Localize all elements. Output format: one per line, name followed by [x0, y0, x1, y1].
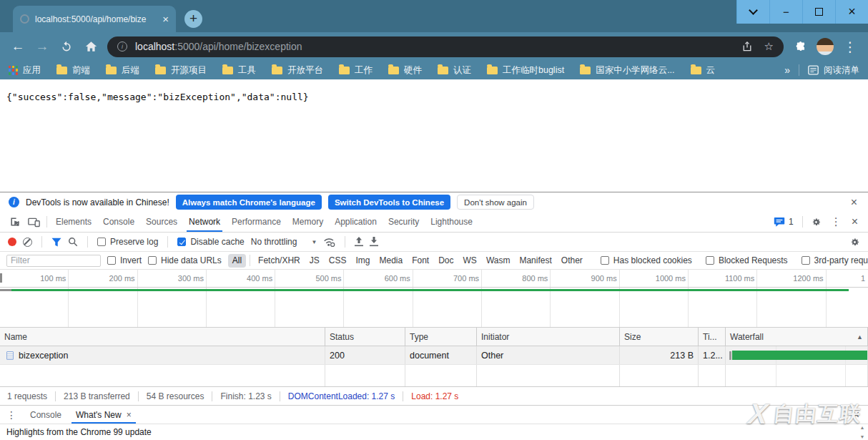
filter-type-font[interactable]: Font [408, 254, 433, 268]
tab-elements[interactable]: Elements [50, 212, 97, 232]
request-row[interactable]: bizexception 200 document Other 213 B 1.… [0, 346, 868, 365]
notification-close-icon[interactable]: × [849, 196, 859, 209]
tab-network[interactable]: Network [183, 212, 226, 232]
back-button[interactable]: ← [7, 36, 29, 57]
site-info-icon[interactable]: i [117, 41, 127, 52]
clear-network-log-button[interactable] [23, 238, 32, 247]
home-button[interactable] [80, 36, 102, 57]
reading-list-button[interactable]: 阅读清单 [808, 64, 859, 77]
drawer-scrollbar[interactable]: ▲ ▼ [858, 425, 867, 439]
column-header-type[interactable]: Type [405, 328, 477, 346]
export-har-button[interactable] [370, 237, 378, 247]
column-header-status[interactable]: Status [325, 328, 405, 346]
reload-button[interactable] [56, 36, 77, 57]
network-conditions-button[interactable] [323, 237, 335, 248]
bookmark-folder[interactable]: 开放平台 [272, 64, 323, 77]
devtools-menu-button[interactable]: ⋮ [827, 215, 846, 228]
import-har-button[interactable] [355, 237, 363, 247]
tab-application[interactable]: Application [329, 212, 383, 232]
devtools-settings-button[interactable] [807, 217, 825, 228]
bookmark-folder[interactable]: 工作临时buglist [487, 64, 564, 77]
filter-type-manifest[interactable]: Manifest [515, 254, 556, 268]
filter-type-media[interactable]: Media [375, 254, 407, 268]
forward-button[interactable]: → [31, 36, 53, 57]
address-bar[interactable]: i localhost:5000/api/home/bizexception ☆ [107, 36, 784, 57]
column-header-size[interactable]: Size [620, 328, 699, 346]
scroll-down-icon[interactable]: ▼ [860, 434, 865, 439]
share-button[interactable] [741, 41, 753, 52]
tab-performance[interactable]: Performance [226, 212, 287, 232]
request-name-cell[interactable]: bizexception [0, 346, 325, 364]
filter-type-doc[interactable]: Doc [434, 254, 458, 268]
bookmark-folder[interactable]: 工作 [339, 64, 373, 77]
filter-type-other[interactable]: Other [557, 254, 587, 268]
filter-type-img[interactable]: Img [351, 254, 374, 268]
new-tab-button[interactable]: + [184, 10, 202, 28]
devtools-close-button[interactable]: × [847, 215, 862, 228]
search-network-button[interactable] [68, 237, 78, 247]
browser-menu-button[interactable]: ⋮ [839, 36, 861, 57]
drawer-menu-button[interactable]: ⋮ [0, 409, 23, 421]
bookmark-folder[interactable]: 后端 [106, 64, 139, 77]
tab-lighthouse[interactable]: Lighthouse [425, 212, 478, 232]
switch-devtools-chinese-button[interactable]: Switch DevTools to Chinese [328, 195, 450, 210]
bookmark-folder[interactable]: 认证 [438, 64, 471, 77]
summary-transferred: 213 B transferred [56, 391, 139, 401]
filter-type-ws[interactable]: WS [459, 254, 481, 268]
bookmarks-overflow-button[interactable]: » [784, 64, 790, 76]
record-network-log-button[interactable] [8, 238, 16, 246]
drawer-close-button[interactable]: × [853, 409, 868, 421]
bookmark-folder[interactable]: 云 [691, 64, 716, 77]
filter-type-js[interactable]: JS [305, 254, 324, 268]
preserve-log-checkbox[interactable]: Preserve log [97, 237, 158, 247]
bookmark-folder[interactable]: 开源项目 [155, 64, 207, 77]
throttling-dropdown[interactable]: No throttling▼ [251, 237, 317, 247]
drawer-tab-close-icon[interactable]: × [127, 410, 132, 420]
browser-tab[interactable]: localhost:5000/api/home/bize × [13, 6, 176, 32]
issues-button[interactable]: 1 [769, 217, 798, 227]
filter-type-wasm[interactable]: Wasm [482, 254, 515, 268]
window-minimize-button[interactable]: − [769, 0, 802, 24]
third-party-requests-checkbox[interactable]: 3rd-party requests [802, 255, 868, 265]
column-header-initiator[interactable]: Initiator [477, 328, 620, 346]
filter-input[interactable] [6, 255, 101, 267]
inspect-element-button[interactable] [6, 216, 24, 228]
column-header-waterfall[interactable]: Waterfall▲ [726, 328, 868, 346]
hide-data-urls-checkbox[interactable]: Hide data URLs [148, 255, 222, 265]
bookmark-apps[interactable]: 应用 [9, 64, 41, 77]
dont-show-again-button[interactable]: Don't show again [457, 195, 534, 210]
window-maximize-button[interactable] [802, 0, 835, 24]
device-toolbar-button[interactable] [24, 217, 44, 228]
column-header-time[interactable]: Ti... [699, 328, 726, 346]
filter-type-all[interactable]: All [228, 254, 246, 268]
bookmark-folder[interactable]: 前端 [56, 64, 90, 77]
filter-type-fetch-xhr[interactable]: Fetch/XHR [254, 254, 305, 268]
bookmark-folder[interactable]: 硬件 [388, 64, 422, 77]
window-close-button[interactable]: × [835, 0, 868, 24]
window-menu-button[interactable] [736, 0, 769, 24]
request-initiator-cell[interactable]: Other [477, 346, 620, 364]
always-match-language-button[interactable]: Always match Chrome's language [176, 195, 322, 210]
column-header-name[interactable]: Name [0, 328, 325, 346]
network-overview[interactable] [0, 288, 868, 328]
has-blocked-cookies-checkbox[interactable]: Has blocked cookies [601, 255, 692, 265]
tab-sources[interactable]: Sources [140, 212, 183, 232]
blocked-requests-checkbox[interactable]: Blocked Requests [706, 255, 788, 265]
tab-memory[interactable]: Memory [287, 212, 329, 232]
tab-security[interactable]: Security [383, 212, 425, 232]
bookmark-star-button[interactable]: ☆ [764, 40, 774, 53]
extensions-button[interactable] [789, 36, 811, 57]
tab-console[interactable]: Console [97, 212, 140, 232]
disable-cache-checkbox[interactable]: Disable cache [177, 237, 244, 247]
scroll-up-icon[interactable]: ▲ [860, 425, 865, 430]
drawer-tab-console[interactable]: Console [23, 406, 69, 424]
invert-checkbox[interactable]: Invert [107, 255, 142, 265]
network-settings-button[interactable] [849, 237, 860, 248]
tab-close-icon[interactable]: × [162, 14, 169, 24]
bookmark-folder[interactable]: 工具 [222, 64, 256, 77]
filter-toggle-button[interactable] [51, 238, 61, 247]
bookmark-folder[interactable]: 国家中小学网络云... [580, 64, 674, 77]
profile-avatar[interactable] [817, 38, 834, 55]
drawer-tab-whats-new[interactable]: What's New × [69, 406, 139, 424]
filter-type-css[interactable]: CSS [325, 254, 351, 268]
